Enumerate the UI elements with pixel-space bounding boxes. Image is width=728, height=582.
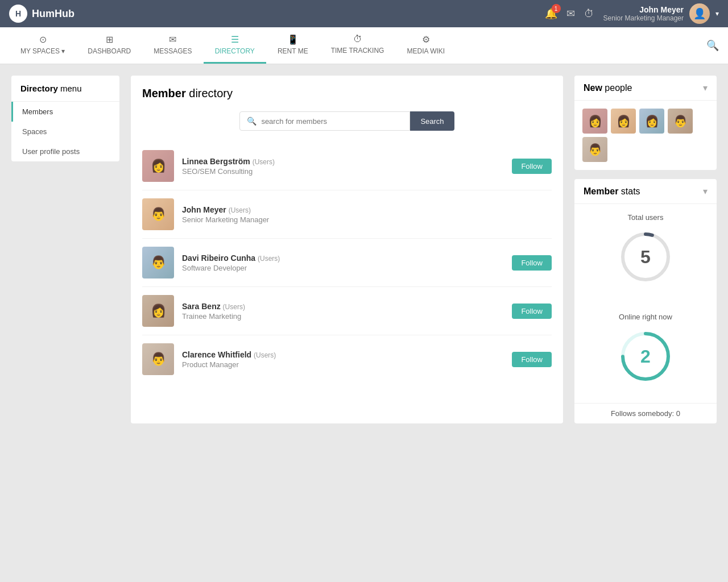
member-name: Linnea Bergström (Users) (182, 157, 504, 166)
rent-me-icon: 📱 (287, 34, 299, 45)
follow-button[interactable]: Follow (512, 304, 552, 319)
nav-item-time-tracking[interactable]: ⏱ TIME TRACKING (320, 27, 396, 64)
avatar: 👩 (142, 295, 174, 327)
sidebar-item-spaces[interactable]: Spaces (11, 122, 119, 142)
new-people-title: New people (584, 83, 632, 93)
new-people-title-bold: New (584, 83, 602, 93)
member-stats-toggle[interactable]: ▾ (703, 186, 708, 197)
nav-item-label: DIRECTORY (215, 47, 255, 55)
messages-icon: ✉ (169, 34, 176, 45)
member-group: (Users) (254, 351, 276, 359)
user-menu[interactable]: John Meyer Senior Marketing Manager 👤 ▾ (603, 3, 719, 24)
logo-icon: H (9, 5, 27, 23)
member-list-title: Member directory (142, 87, 552, 100)
sidebar: Directory menu Members Spaces User profi… (11, 76, 119, 423)
new-people-title-rest: people (602, 83, 632, 93)
sidebar-title-bold: Directory (20, 84, 58, 93)
sidebar-item-user-profile-posts[interactable]: User profile posts (11, 142, 119, 161)
total-users-value: 5 (640, 247, 651, 268)
nav-item-media-wiki[interactable]: ⚙ MEDIA WIKI (395, 27, 456, 64)
new-people-grid: 👩 👩 👩 👨 👨 (574, 101, 717, 170)
nav-item-label: MESSAGES (154, 47, 192, 55)
nav-item-messages[interactable]: ✉ MESSAGES (142, 27, 203, 64)
search-bar: 🔍 Search (142, 111, 552, 131)
total-users-donut: 5 (584, 228, 708, 285)
new-person-avatar[interactable]: 👩 (639, 109, 664, 134)
clock-button[interactable]: ⏱ (584, 8, 594, 20)
main-content: Directory menu Members Spaces User profi… (0, 64, 728, 435)
nav-item-directory[interactable]: ☰ DIRECTORY (204, 27, 266, 64)
app-name: HumHub (32, 8, 75, 20)
member-stats-header: Member stats ▾ (574, 179, 717, 204)
online-now-section: Online right now 2 (574, 304, 717, 403)
follow-button[interactable]: Follow (512, 352, 552, 367)
user-info: John Meyer Senior Marketing Manager (603, 5, 684, 22)
sidebar-item-members[interactable]: Members (11, 102, 119, 122)
new-people-toggle[interactable]: ▾ (703, 82, 708, 93)
member-group: (Users) (223, 303, 245, 311)
nav-item-dashboard[interactable]: ⊞ DASHBOARD (76, 27, 142, 64)
member-group: (Users) (229, 206, 251, 214)
total-users-label: Total users (584, 213, 708, 222)
new-people-card: New people ▾ 👩 👩 👩 👨 👨 (574, 76, 717, 170)
search-input-wrapper: 🔍 (239, 111, 410, 131)
mail-button[interactable]: ✉ (566, 7, 575, 20)
online-now-label: Online right now (584, 313, 708, 321)
nav-item-label: MEDIA WIKI (407, 47, 445, 55)
user-dropdown-icon: ▾ (715, 10, 719, 18)
member-name: John Meyer (Users) (182, 205, 552, 214)
member-list-card: Member directory 🔍 Search 👩 Linnea Bergs… (131, 76, 563, 423)
avatar: 👩 (142, 150, 174, 182)
user-title: Senior Marketing Manager (603, 14, 684, 22)
member-role: SEO/SEM Consulting (182, 167, 504, 176)
nav-item-label: MY SPACES ▾ (20, 47, 65, 55)
member-role: Product Manager (182, 360, 504, 369)
my-spaces-icon: ⊙ (39, 34, 47, 45)
new-people-header: New people ▾ (574, 76, 717, 101)
follow-button[interactable]: Follow (512, 159, 552, 174)
nav-items: ⊙ MY SPACES ▾ ⊞ DASHBOARD ✉ MESSAGES ☰ D… (9, 27, 456, 64)
member-info: Sara Benz (Users) Trainee Marketing (182, 302, 504, 321)
time-tracking-icon: ⏱ (353, 34, 362, 44)
new-person-avatar[interactable]: 👩 (611, 109, 636, 134)
table-row: 👨 John Meyer (Users) Senior Marketing Ma… (142, 190, 552, 239)
search-button[interactable]: Search (410, 111, 454, 131)
search-input[interactable] (261, 117, 403, 126)
global-search-icon[interactable]: 🔍 (706, 39, 719, 52)
new-person-avatar[interactable]: 👩 (582, 109, 607, 134)
member-role: Software Developer (182, 264, 504, 272)
member-stats-card: Member stats ▾ Total users 5 (574, 179, 717, 423)
directory-icon: ☰ (231, 34, 239, 45)
sidebar-title: Directory menu (11, 76, 119, 102)
new-person-avatar[interactable]: 👨 (668, 109, 693, 134)
sidebar-card: Directory menu Members Spaces User profi… (11, 76, 119, 161)
member-stats-title-rest: stats (618, 186, 640, 196)
total-users-section: Total users 5 (574, 204, 717, 304)
member-role: Senior Marketing Manager (182, 215, 552, 224)
member-list-title-rest: directory (186, 87, 233, 99)
notifications-button[interactable]: 🔔 1 (545, 7, 557, 20)
member-name: Clarence Whitfield (Users) (182, 350, 504, 359)
notification-badge: 1 (552, 4, 561, 13)
media-wiki-icon: ⚙ (422, 34, 430, 45)
nav-item-rent-me[interactable]: 📱 RENT ME (266, 27, 320, 64)
dashboard-icon: ⊞ (106, 34, 113, 45)
online-donut: 2 (584, 328, 708, 385)
logo[interactable]: H HumHub (9, 5, 75, 23)
member-stats-title-bold: Member (584, 186, 618, 196)
table-row: 👩 Sara Benz (Users) Trainee Marketing Fo… (142, 287, 552, 335)
follow-button[interactable]: Follow (512, 255, 552, 271)
table-row: 👩 Linnea Bergström (Users) SEO/SEM Consu… (142, 142, 552, 190)
member-group: (Users) (258, 255, 280, 263)
avatar: 👨 (142, 247, 174, 278)
nav-item-my-spaces[interactable]: ⊙ MY SPACES ▾ (9, 27, 76, 64)
search-icon: 🔍 (247, 117, 257, 126)
member-list-title-bold: Member (142, 87, 186, 99)
table-row: 👨 Davi Ribeiro Cunha (Users) Software De… (142, 239, 552, 287)
online-now-value: 2 (640, 346, 651, 367)
nav-bar: ⊙ MY SPACES ▾ ⊞ DASHBOARD ✉ MESSAGES ☰ D… (0, 27, 728, 64)
top-bar: H HumHub 🔔 1 ✉ ⏱ John Meyer Senior Marke… (0, 0, 728, 27)
right-panel: New people ▾ 👩 👩 👩 👨 👨 Member stats ▾ (574, 76, 717, 423)
member-info: Clarence Whitfield (Users) Product Manag… (182, 350, 504, 369)
new-person-avatar[interactable]: 👨 (582, 137, 607, 162)
